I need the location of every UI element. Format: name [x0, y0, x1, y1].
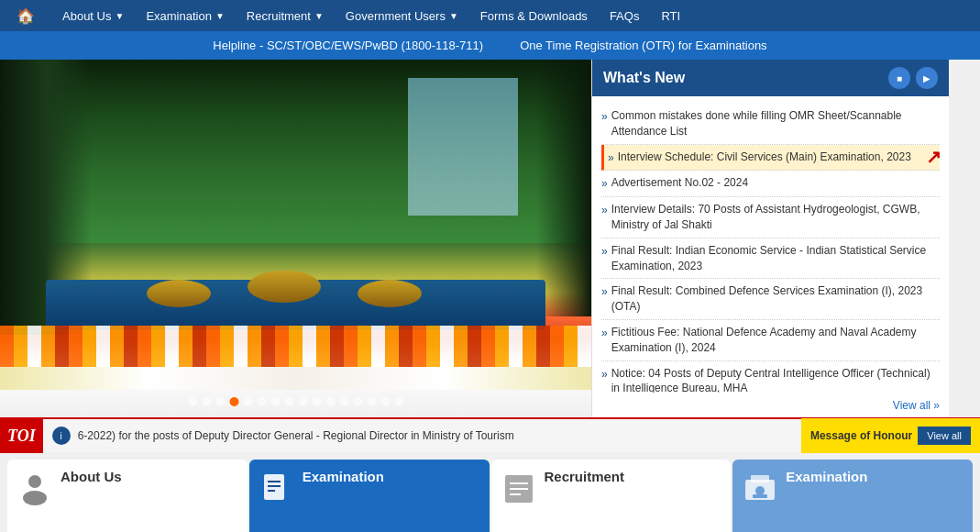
- nav-recruitment-arrow: ▼: [314, 11, 324, 21]
- exam4-card-title: Examination: [786, 469, 867, 484]
- whats-new-list: » Common mistakes done while filling OMR…: [592, 96, 949, 393]
- news-bullet-2: »: [601, 176, 608, 192]
- slider-dot-8[interactable]: [284, 397, 293, 406]
- secondary-navigation: Helpline - SC/ST/OBC/EWS/PwBD (1800-118-…: [0, 31, 980, 60]
- exam-card-title: Examination: [303, 469, 384, 484]
- bottom-cards-area: About Us Examination Recruitme: [0, 452, 980, 532]
- play-button[interactable]: ▶: [916, 67, 938, 89]
- slider-image: [0, 60, 591, 417]
- nav-examination-arrow: ▼: [215, 11, 225, 21]
- nav-about-us[interactable]: About Us ▼: [51, 0, 135, 31]
- message-honour-text: Message of Honour: [810, 429, 912, 442]
- slider-dot-15[interactable]: [380, 397, 390, 406]
- recruit-icon: [502, 472, 535, 511]
- nav-rti-label: RTI: [661, 9, 680, 23]
- news-item-7[interactable]: » Notice: 04 Posts of Deputy Central Int…: [601, 361, 940, 393]
- stop-button[interactable]: ■: [888, 67, 910, 89]
- news-text-0: Common mistakes done while filling OMR S…: [611, 108, 940, 139]
- news-bullet-7: »: [601, 367, 608, 393]
- nav-faqs[interactable]: FAQs: [599, 0, 651, 31]
- slider-dot-14[interactable]: [367, 397, 376, 406]
- nav-rti[interactable]: RTI: [650, 0, 691, 31]
- bottom-card-about[interactable]: About Us: [7, 460, 248, 532]
- news-item-2[interactable]: » Advertisement No.02 - 2024: [601, 171, 940, 197]
- slider-dot-12[interactable]: [339, 397, 348, 406]
- top-navigation: 🏠 About Us ▼ Examination ▼ Recruitment ▼…: [0, 0, 980, 31]
- arrow-indicator: ↗: [926, 144, 941, 170]
- about-icon: [18, 472, 51, 511]
- svg-point-13: [755, 486, 765, 495]
- toi-banner: TOI i 6-2022) for the posts of Deputy Di…: [0, 417, 980, 452]
- bottom-card-examination[interactable]: Examination: [249, 460, 490, 532]
- news-text-4: Final Result: Indian Economic Service - …: [611, 243, 940, 274]
- slider-dot-9[interactable]: [298, 397, 307, 406]
- ticker-icon: i: [52, 427, 71, 445]
- helpline-link[interactable]: Helpline - SC/ST/OBC/EWS/PwBD (1800-118-…: [213, 39, 483, 52]
- nav-about-us-arrow: ▼: [115, 11, 124, 21]
- slider-dot-5[interactable]: [243, 397, 252, 406]
- nav-forms-downloads-label: Forms & Downloads: [480, 9, 588, 23]
- nav-examination-label: Examination: [146, 9, 212, 23]
- nav-recruitment[interactable]: Recruitment ▼: [236, 0, 335, 31]
- slider-dot-3[interactable]: [215, 397, 225, 406]
- nav-recruitment-label: Recruitment: [247, 9, 311, 23]
- svg-point-0: [28, 475, 41, 488]
- nav-about-us-label: About Us: [62, 9, 111, 23]
- image-slider: [0, 60, 591, 417]
- toi-ticker: i 6-2022) for the posts of Deputy Direct…: [43, 427, 801, 445]
- nav-govt-users-label: Government Users: [346, 9, 446, 23]
- slider-dot-10[interactable]: [312, 397, 321, 406]
- news-bullet-0: »: [601, 109, 608, 139]
- news-text-1: Interview Schedule: Civil Services (Main…: [618, 150, 940, 166]
- nav-govt-users-arrow: ▼: [449, 11, 458, 21]
- news-item-4[interactable]: » Final Result: Indian Economic Service …: [601, 238, 940, 280]
- whats-new-header: What's New ■ ▶: [592, 60, 949, 96]
- news-text-3: Interview Details: 70 Posts of Assistant…: [611, 202, 940, 233]
- news-bullet-1: »: [608, 150, 614, 166]
- whats-new-controls: ■ ▶: [888, 67, 938, 89]
- view-all-button[interactable]: View all: [918, 427, 971, 445]
- news-bullet-6: »: [601, 326, 608, 356]
- svg-rect-11: [751, 475, 769, 482]
- slider-dot-4[interactable]: [229, 397, 238, 406]
- exam-icon: [260, 472, 293, 511]
- news-text-6: Fictitious Fee: National Defence Academy…: [611, 325, 940, 356]
- slider-dot-6[interactable]: [257, 397, 266, 406]
- ticker-text: 6-2022) for the posts of Deputy Director…: [78, 429, 514, 442]
- otr-link[interactable]: One Time Registration (OTR) for Examinat…: [520, 39, 766, 52]
- exam4-icon: [743, 472, 776, 511]
- about-card-title: About Us: [61, 469, 122, 484]
- bottom-card-recruitment[interactable]: Recruitment: [491, 460, 732, 532]
- nav-forms-downloads[interactable]: Forms & Downloads: [469, 0, 599, 31]
- view-all-link[interactable]: View all »: [893, 399, 940, 412]
- whats-new-panel: What's New ■ ▶ » Common mistakes done wh…: [591, 60, 949, 417]
- recruit-card-title: Recruitment: [545, 469, 625, 484]
- slider-dot-2[interactable]: [202, 397, 211, 406]
- news-item-6[interactable]: » Fictitious Fee: National Defence Acade…: [601, 320, 940, 361]
- nav-faqs-label: FAQs: [610, 9, 640, 23]
- bottom-card-exam4[interactable]: Examination: [732, 460, 973, 532]
- view-all-section: View all »: [592, 393, 949, 417]
- slider-dot-13[interactable]: [353, 397, 362, 406]
- news-item-1[interactable]: » Interview Schedule: Civil Services (Ma…: [601, 145, 940, 172]
- news-bullet-5: »: [601, 284, 608, 315]
- slider-dot-16[interactable]: [394, 397, 403, 406]
- news-text-7: Notice: 04 Posts of Deputy Central Intel…: [611, 366, 940, 393]
- news-item-3[interactable]: » Interview Details: 70 Posts of Assista…: [601, 197, 940, 238]
- home-icon[interactable]: 🏠: [9, 2, 42, 30]
- main-content-area: What's New ■ ▶ » Common mistakes done wh…: [0, 60, 980, 417]
- svg-point-1: [23, 491, 47, 505]
- news-item-5[interactable]: » Final Result: Combined Defence Service…: [601, 279, 940, 320]
- nav-govt-users[interactable]: Government Users ▼: [335, 0, 469, 31]
- news-bullet-3: »: [601, 203, 608, 233]
- news-text-2: Advertisement No.02 - 2024: [611, 175, 940, 192]
- nav-examination[interactable]: Examination ▼: [135, 0, 235, 31]
- slider-dots: [188, 397, 403, 406]
- slider-dot-7[interactable]: [270, 397, 280, 406]
- slider-dot-11[interactable]: [325, 397, 335, 406]
- toi-logo: TOI: [0, 418, 43, 453]
- news-item-0[interactable]: » Common mistakes done while filling OMR…: [601, 104, 940, 145]
- news-bullet-4: »: [601, 244, 608, 274]
- message-honour: Message of Honour View all: [801, 418, 980, 453]
- slider-dot-1[interactable]: [188, 397, 197, 406]
